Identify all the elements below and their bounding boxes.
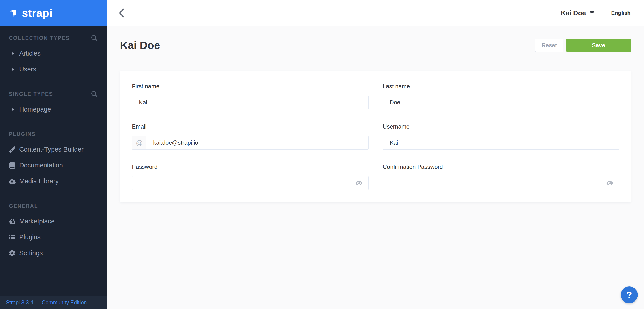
sidebar-item-label: Documentation [19,162,63,169]
field-email: Email @ [132,123,368,150]
first-name-label: First name [132,83,368,90]
main-area: Kai Doe English Kai Doe Reset Save First… [108,0,644,309]
field-first-name: First name [132,83,368,109]
sidebar-item-users[interactable]: Users [0,61,108,77]
section-label-single-types: SINGLE TYPES [9,91,53,97]
search-icon[interactable] [91,91,97,97]
section-label-collection-types: COLLECTION TYPES [9,35,70,41]
topbar-divider [603,9,604,17]
sidebar-item-label: Homepage [19,106,51,113]
email-input[interactable] [146,136,368,149]
dot-icon [9,108,19,110]
caret-down-icon [590,12,594,14]
field-last-name: Last name [383,83,619,109]
first-name-input[interactable] [132,96,368,109]
sidebar-item-label: Articles [19,50,40,57]
user-menu-name: Kai Doe [561,9,586,17]
sidebar-item-homepage[interactable]: Homepage [0,102,108,117]
confirmation-password-input[interactable] [383,176,619,190]
book-icon [9,162,19,168]
sidebar-section-plugins: PLUGINS Content-Types Builder Documentat… [0,131,108,189]
sidebar-item-label: Content-Types Builder [19,146,84,153]
eye-icon[interactable] [606,180,613,186]
page-title: Kai Doe [120,39,160,52]
topbar: Kai Doe English [108,0,644,26]
sidebar-item-label: Users [19,66,36,73]
sidebar-item-marketplace[interactable]: Marketplace [0,214,108,229]
gear-icon [9,250,19,256]
eye-icon[interactable] [355,180,362,186]
dot-icon [9,68,19,70]
section-label-general: GENERAL [9,203,38,209]
search-icon[interactable] [91,35,97,41]
strapi-logo[interactable]: strapi [0,0,108,26]
strapi-logo-icon [8,8,19,18]
list-icon [9,234,19,240]
field-username: Username [383,123,619,150]
sidebar-footer: Strapi 3.3.4 — Community Edition [0,296,108,309]
field-confirmation-password: Confirmation Password [383,164,619,190]
save-button[interactable]: Save [566,39,631,52]
sidebar-item-label: Marketplace [19,218,55,225]
last-name-input[interactable] [383,96,619,109]
section-label-plugins: PLUGINS [9,131,36,137]
password-label: Password [132,164,368,170]
chevron-left-icon [119,8,124,18]
sidebar-item-media-library[interactable]: Media Library [0,173,108,189]
user-menu[interactable]: Kai Doe [561,9,594,17]
sidebar-item-label: Media Library [19,178,59,185]
sidebar-item-content-types-builder[interactable]: Content-Types Builder [0,142,108,158]
sidebar-item-plugins[interactable]: Plugins [0,229,108,245]
help-button[interactable]: ? [621,286,638,304]
reset-button[interactable]: Reset [535,39,564,52]
paint-brush-icon [9,146,19,153]
dot-icon [9,52,19,55]
email-label: Email [132,123,368,130]
sidebar-item-settings[interactable]: Settings [0,245,108,261]
last-name-label: Last name [383,83,619,90]
cloud-upload-icon [9,179,19,184]
strapi-version-link[interactable]: Strapi 3.3.4 — Community Edition [6,299,87,306]
shopping-basket-icon [9,218,19,224]
sidebar-section-general: GENERAL Marketplace Plugins Settings [0,203,108,261]
sidebar-item-documentation[interactable]: Documentation [0,158,108,173]
confirmation-password-label: Confirmation Password [383,164,619,170]
sidebar-item-label: Plugins [19,234,40,241]
sidebar-item-label: Settings [19,250,43,257]
user-form-card: First name Last name Email @ Usern [120,71,631,202]
password-input[interactable] [132,176,368,190]
sidebar-section-collection-types: COLLECTION TYPES Articles Users [0,35,108,77]
username-input[interactable] [383,136,619,149]
field-password: Password [132,164,368,190]
at-sign-prefix: @ [132,136,146,149]
content-header: Kai Doe Reset Save [120,38,631,52]
sidebar-item-articles[interactable]: Articles [0,46,108,61]
username-label: Username [383,123,619,130]
back-button[interactable] [108,0,136,26]
strapi-logo-text: strapi [22,7,52,19]
language-selector[interactable]: English [611,10,630,16]
sidebar-section-single-types: SINGLE TYPES Homepage [0,91,108,117]
sidebar: strapi COLLECTION TYPES Articles Users S… [0,0,108,309]
